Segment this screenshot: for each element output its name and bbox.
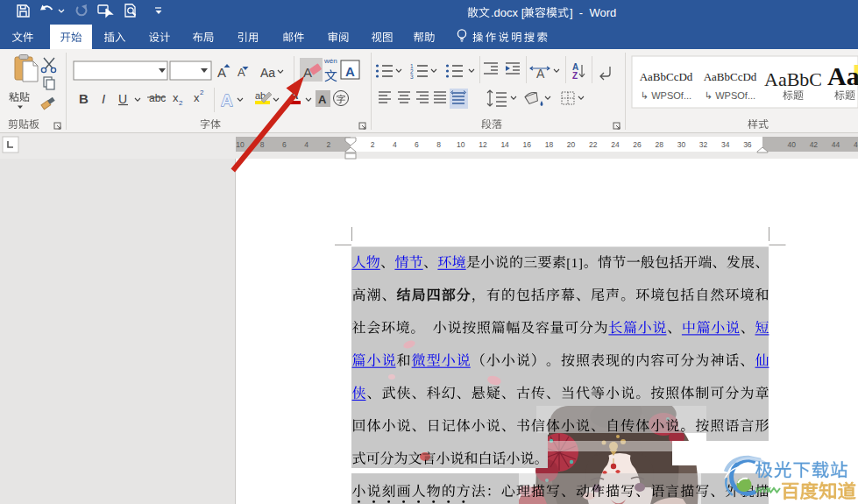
svg-text:16: 16 <box>523 140 532 149</box>
svg-text:abc: abc <box>149 92 166 104</box>
svg-text:A: A <box>303 65 312 80</box>
svg-text:Aa: Aa <box>827 61 858 90</box>
svg-text:A: A <box>318 93 327 106</box>
svg-text:1: 1 <box>571 256 578 270</box>
svg-text:18: 18 <box>545 140 554 149</box>
svg-text:[: [ <box>566 256 571 270</box>
svg-text:34: 34 <box>721 140 730 149</box>
svg-text:B: B <box>79 91 89 106</box>
svg-text:↳ WPSOf...: ↳ WPSOf... <box>705 90 755 101</box>
svg-text:20: 20 <box>567 140 576 149</box>
svg-text:28: 28 <box>656 140 664 149</box>
svg-text:40: 40 <box>787 140 796 149</box>
svg-text:8: 8 <box>436 140 441 149</box>
svg-text:AaBbC: AaBbC <box>764 68 822 90</box>
svg-text:2: 2 <box>200 89 204 96</box>
svg-text:32: 32 <box>699 140 708 149</box>
svg-text:10: 10 <box>457 140 465 149</box>
svg-text:2: 2 <box>179 99 183 107</box>
svg-text:A: A <box>345 64 355 79</box>
svg-text:x: x <box>173 91 179 104</box>
svg-text:4: 4 <box>393 140 397 149</box>
svg-text:30: 30 <box>677 140 686 149</box>
svg-text:2: 2 <box>371 140 375 149</box>
svg-text:A: A <box>221 91 233 110</box>
svg-text:I: I <box>102 91 105 106</box>
svg-text:44: 44 <box>832 140 840 149</box>
svg-text:8: 8 <box>260 140 265 149</box>
svg-text:42: 42 <box>810 140 819 149</box>
svg-text:36: 36 <box>743 140 752 149</box>
svg-text:3: 3 <box>410 74 414 80</box>
svg-text:AaBbCcDd: AaBbCcDd <box>704 70 757 83</box>
svg-text:6: 6 <box>282 140 287 149</box>
svg-text:14: 14 <box>500 140 509 149</box>
svg-text:Z: Z <box>572 71 578 81</box>
svg-text:4: 4 <box>304 140 308 149</box>
svg-text:] - Word: ] - Word <box>570 6 616 19</box>
svg-text:26: 26 <box>633 140 642 149</box>
svg-text:24: 24 <box>611 140 620 149</box>
svg-text:↳ WPSOf...: ↳ WPSOf... <box>641 90 691 101</box>
svg-text:AaBbCcDd: AaBbCcDd <box>640 70 693 83</box>
svg-text:x: x <box>194 91 200 104</box>
svg-text:22: 22 <box>589 140 598 149</box>
svg-text:6: 6 <box>415 140 419 149</box>
svg-text:.docx [: .docx [ <box>491 6 525 19</box>
svg-text:wén: wén <box>323 57 337 65</box>
svg-text:46: 46 <box>854 140 858 149</box>
svg-text:2: 2 <box>326 140 330 149</box>
svg-text:10: 10 <box>236 140 245 149</box>
svg-text:12: 12 <box>479 140 487 149</box>
svg-text:]: ] <box>578 256 583 270</box>
svg-text:U: U <box>118 92 127 106</box>
svg-text:Aa: Aa <box>260 66 275 80</box>
